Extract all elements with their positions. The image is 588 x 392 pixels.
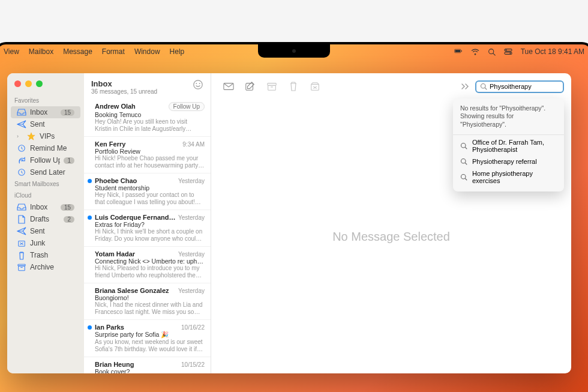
sidebar-section-title: iCloud <box>7 190 84 201</box>
more-toolbar-icon[interactable] <box>461 83 470 90</box>
desktop-screen: ViewMailboxMessageFormatWindowHelp Tue O… <box>0 44 588 392</box>
sent-icon <box>17 120 26 128</box>
sidebar-item-follow-up[interactable]: Follow Up1 <box>11 154 80 166</box>
sidebar-item-label: Send Later <box>30 168 74 176</box>
message-subject: Booking Temuco <box>95 111 205 118</box>
sidebar-item-inbox[interactable]: Inbox15 <box>11 106 80 118</box>
menubar-item-view[interactable]: View <box>4 47 19 56</box>
message-row[interactable]: Yotam HadarYesterdayConnecting Nick <> U… <box>84 247 211 283</box>
archive-icon <box>17 263 26 271</box>
sidebar-item-remind-me[interactable]: Remind Me <box>11 142 80 154</box>
message-row[interactable]: Briana Salese GonzalezYesterdayBuongiorn… <box>84 283 211 320</box>
menubar-item-help[interactable]: Help <box>170 47 185 56</box>
sidebar-item-sent[interactable]: Sent <box>11 225 80 237</box>
drafts-icon <box>17 215 26 223</box>
control-center-icon[interactable] <box>504 48 512 55</box>
menubar-item-format[interactable]: Format <box>102 47 125 56</box>
message-row[interactable]: Ian Parks10/16/22Surprise party for Sofi… <box>84 320 211 357</box>
search-suggestion-item[interactable]: Physiotherapy referral <box>453 155 564 167</box>
sidebar-item-vips[interactable]: ›VIPs <box>11 130 80 142</box>
search-suggestion-text: Home physiotherapy exercises <box>472 170 557 184</box>
display-notch <box>258 44 330 58</box>
message-preview: Hey Olah! Are you still keen to visit Kr… <box>95 118 205 133</box>
sidebar-item-label: Follow Up <box>30 156 60 164</box>
followup-icon <box>17 156 26 164</box>
new-message-icon[interactable] <box>223 81 234 92</box>
message-row[interactable]: Brian Heung10/15/22Book cover?Hi Nick, s… <box>84 357 211 373</box>
search-field[interactable]: ✕ <box>475 80 564 93</box>
search-suggestion-item[interactable]: Home physiotherapy exercises <box>453 167 564 187</box>
search-input[interactable] <box>490 83 571 90</box>
message-subject: Book cover? <box>95 368 205 373</box>
message-row[interactable]: Luis Coderque FernandezYesterdayExtras f… <box>84 210 211 247</box>
window-controls <box>14 80 43 87</box>
message-row[interactable]: Ken Ferry9:34 AMPortfolio ReviewHi Nick!… <box>84 137 211 173</box>
spotlight-icon[interactable] <box>488 48 496 56</box>
archive-icon[interactable] <box>266 81 277 92</box>
svg-rect-2 <box>461 50 461 51</box>
svg-point-30 <box>461 175 466 179</box>
sidebar-item-trash[interactable]: Trash <box>11 249 80 261</box>
sidebar-item-junk[interactable]: Junk <box>11 237 80 249</box>
remind-icon <box>17 144 26 152</box>
sidebar-item-label: Inbox <box>30 203 57 211</box>
mail-app-window: FavoritesInbox15Sent›VIPsRemind MeFollow… <box>7 73 571 373</box>
wifi-icon[interactable] <box>471 48 479 55</box>
battery-icon[interactable] <box>454 47 463 56</box>
message-preview: As you know, next weekend is our sweet S… <box>95 339 205 353</box>
message-row[interactable]: Phoebe ChaoYesterdayStudent mentorshipHe… <box>84 173 211 210</box>
message-time: Yesterday <box>178 214 205 221</box>
message-subject: Buongiorno! <box>95 294 205 301</box>
message-subject: Connecting Nick <> Umberto re: upholster… <box>95 258 205 265</box>
compose-icon[interactable] <box>245 81 256 92</box>
sendlater-icon <box>17 168 26 176</box>
sidebar-item-inbox[interactable]: Inbox15 <box>11 201 80 213</box>
svg-line-25 <box>485 88 487 89</box>
unread-dot-icon <box>88 216 92 220</box>
menubar-item-window[interactable]: Window <box>134 47 160 56</box>
sidebar-item-label: Drafts <box>30 215 60 223</box>
message-row[interactable]: Andrew OlahFollow UpBooking TemucoHey Ol… <box>84 98 211 137</box>
message-time: Yesterday <box>178 288 205 294</box>
toolbar: ✕ No results for "Physoitherapy". Showin… <box>211 73 571 100</box>
sidebar-item-sent[interactable]: Sent <box>11 118 80 130</box>
search-icon <box>480 83 487 90</box>
sidebar-item-label: Remind Me <box>30 144 74 152</box>
sidebar-badge: 2 <box>64 216 74 223</box>
menubar-right: Tue Oct 18 9:41 AM <box>454 47 584 56</box>
svg-line-4 <box>493 53 495 55</box>
trash-icon <box>17 251 26 259</box>
message-list-header: Inbox 36 messages, 15 unread <box>84 73 211 98</box>
sidebar-section-title: Smart Mailboxes <box>7 178 84 190</box>
sidebar-badge: 15 <box>61 109 74 116</box>
message-sender: Yotam Hadar <box>95 250 176 258</box>
svg-point-16 <box>196 83 197 84</box>
menubar-clock[interactable]: Tue Oct 18 9:41 AM <box>521 47 584 56</box>
delete-icon[interactable] <box>288 81 299 92</box>
svg-rect-13 <box>19 265 25 270</box>
sidebar-badge: 15 <box>61 204 74 211</box>
message-subject: Extras for Friday? <box>95 221 205 228</box>
message-list-body: Andrew OlahFollow UpBooking TemucoHey Ol… <box>84 98 211 373</box>
sidebar-item-send-later[interactable]: Send Later <box>11 166 80 178</box>
junk-icon[interactable] <box>310 81 320 92</box>
message-preview: Nick, I had the nicest dinner with Lia a… <box>95 301 205 316</box>
sidebar-item-label: VIPs <box>40 132 74 140</box>
filter-icon[interactable] <box>193 79 203 90</box>
sidebar-item-drafts[interactable]: Drafts2 <box>11 213 80 225</box>
sidebar-item-label: Junk <box>30 239 74 247</box>
search-suggestion-item[interactable]: Office of Dr. Farrah Tam, Physiotherapis… <box>453 136 564 155</box>
svg-point-15 <box>194 80 202 89</box>
no-message-selected-label: No Message Selected <box>332 230 450 244</box>
message-time: Yesterday <box>178 178 205 184</box>
search-icon <box>460 158 467 165</box>
search-icon <box>460 142 467 149</box>
sidebar-item-label: Sent <box>30 120 74 128</box>
fullscreen-button[interactable] <box>36 80 43 87</box>
menubar-item-mailbox[interactable]: Mailbox <box>29 47 53 56</box>
inbox-icon <box>17 108 26 116</box>
menubar-item-message[interactable]: Message <box>63 47 92 56</box>
close-button[interactable] <box>14 80 21 87</box>
sidebar-item-archive[interactable]: Archive <box>11 261 80 273</box>
minimize-button[interactable] <box>25 80 32 87</box>
